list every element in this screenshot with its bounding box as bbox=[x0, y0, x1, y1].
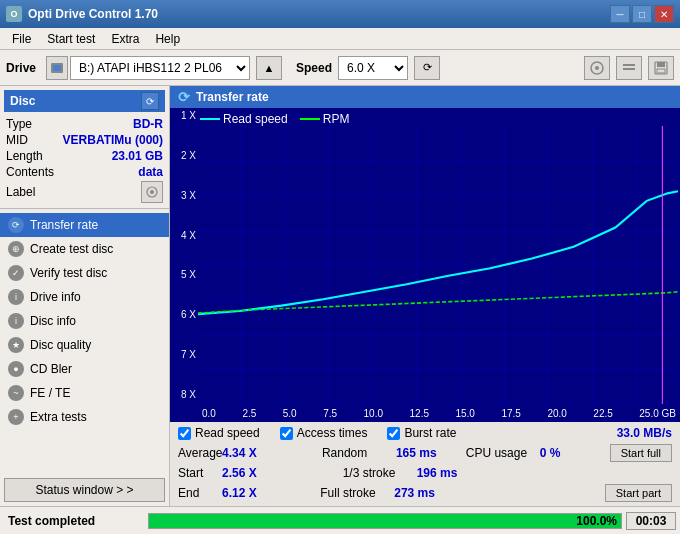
stroke-1-3-stat: 1/3 stroke 196 ms bbox=[343, 466, 506, 480]
y-label-2: 2 X bbox=[170, 150, 198, 161]
save-button[interactable] bbox=[648, 56, 674, 80]
nav-extra-tests[interactable]: + Extra tests bbox=[0, 405, 169, 429]
burst-rate-checkbox[interactable] bbox=[387, 427, 400, 440]
nav-verify-test-disc-label: Verify test disc bbox=[30, 266, 107, 280]
y-label-5: 5 X bbox=[170, 269, 198, 280]
nav-transfer-rate[interactable]: ⟳ Transfer rate bbox=[0, 213, 169, 237]
app-icon: O bbox=[6, 6, 22, 22]
nav-disc-quality-label: Disc quality bbox=[30, 338, 91, 352]
x-label-5: 5.0 bbox=[283, 408, 297, 419]
svg-rect-1 bbox=[53, 65, 61, 71]
x-label-12_5: 12.5 bbox=[410, 408, 429, 419]
legend-read-speed: Read speed bbox=[200, 112, 288, 126]
average-stat: Average 4.34 X bbox=[178, 446, 320, 460]
settings-button[interactable] bbox=[616, 56, 642, 80]
main-content: Disc ⟳ Type BD-R MID VERBATIMu (000) Len… bbox=[0, 86, 680, 506]
svg-rect-7 bbox=[657, 62, 665, 67]
y-label-8: 8 X bbox=[170, 389, 198, 400]
svg-rect-8 bbox=[657, 69, 665, 73]
disc-info-icon: i bbox=[8, 313, 24, 329]
cd-bler-icon: ● bbox=[8, 361, 24, 377]
random-label: Random bbox=[322, 446, 392, 460]
statusbar: Test completed 100.0% 00:03 bbox=[0, 506, 680, 534]
menu-start-test[interactable]: Start test bbox=[39, 30, 103, 48]
legend-read-speed-label: Read speed bbox=[223, 112, 288, 126]
nav-disc-info[interactable]: i Disc info bbox=[0, 309, 169, 333]
disc-type-value: BD-R bbox=[133, 117, 163, 131]
disc-refresh-button[interactable]: ⟳ bbox=[141, 92, 159, 110]
nav-create-test-disc-label: Create test disc bbox=[30, 242, 113, 256]
titlebar-controls: ─ □ ✕ bbox=[610, 5, 674, 23]
x-label-10: 10.0 bbox=[364, 408, 383, 419]
progress-bar-container: 100.0% bbox=[148, 513, 622, 529]
access-times-checkbox[interactable] bbox=[280, 427, 293, 440]
status-window-button[interactable]: Status window > > bbox=[4, 478, 165, 502]
full-stroke-label: Full stroke bbox=[320, 486, 390, 500]
menu-extra[interactable]: Extra bbox=[103, 30, 147, 48]
nav-fe-te-label: FE / TE bbox=[30, 386, 70, 400]
disc-header: Disc ⟳ bbox=[4, 90, 165, 112]
nav-fe-te[interactable]: ~ FE / TE bbox=[0, 381, 169, 405]
disc-contents-label: Contents bbox=[6, 165, 54, 179]
drive-label: Drive bbox=[6, 61, 36, 75]
full-stroke-stat: Full stroke 273 ms bbox=[320, 486, 460, 500]
cpu-usage-label: CPU usage bbox=[466, 446, 536, 460]
maximize-button[interactable]: □ bbox=[632, 5, 652, 23]
y-label-6: 6 X bbox=[170, 309, 198, 320]
drive-select[interactable]: B:) ATAPI iHBS112 2 PL06 bbox=[70, 56, 250, 80]
speed-select[interactable]: 6.0 X 1.0 X 2.0 X 4.0 X 8.0 X Max bbox=[338, 56, 408, 80]
disc-quality-icon: ★ bbox=[8, 337, 24, 353]
end-label: End bbox=[178, 486, 218, 500]
nav-disc-quality[interactable]: ★ Disc quality bbox=[0, 333, 169, 357]
disc-header-label: Disc bbox=[10, 94, 35, 108]
menu-file[interactable]: File bbox=[4, 30, 39, 48]
start-value: 2.56 X bbox=[222, 466, 267, 480]
disc-type-label: Type bbox=[6, 117, 32, 131]
close-button[interactable]: ✕ bbox=[654, 5, 674, 23]
start-stat: Start 2.56 X bbox=[178, 466, 341, 480]
chart-container: Read speed RPM 8 X 7 X 6 X 5 X 4 X 3 X 2… bbox=[170, 108, 680, 422]
verify-test-disc-icon: ✓ bbox=[8, 265, 24, 281]
disc-type-row: Type BD-R bbox=[4, 116, 165, 132]
drive-icon bbox=[46, 56, 68, 80]
chart-legend: Read speed RPM bbox=[200, 112, 349, 126]
burst-rate-checkbox-item: Burst rate bbox=[387, 426, 456, 440]
drive-refresh-button[interactable]: ▲ bbox=[256, 56, 282, 80]
checkboxes-row: Read speed Access times Burst rate 33.0 … bbox=[178, 424, 672, 442]
progress-percent: 100.0% bbox=[576, 514, 617, 528]
nav-extra-tests-label: Extra tests bbox=[30, 410, 87, 424]
chart-title: Transfer rate bbox=[196, 90, 269, 104]
start-part-button[interactable]: Start part bbox=[605, 484, 672, 502]
start-full-button[interactable]: Start full bbox=[610, 444, 672, 462]
burst-rate-cb-label: Burst rate bbox=[404, 426, 456, 440]
x-label-17_5: 17.5 bbox=[501, 408, 520, 419]
nav-verify-test-disc[interactable]: ✓ Verify test disc bbox=[0, 261, 169, 285]
titlebar-left: O Opti Drive Control 1.70 bbox=[6, 6, 158, 22]
nav-cd-bler[interactable]: ● CD Bler bbox=[0, 357, 169, 381]
menubar: File Start test Extra Help bbox=[0, 28, 680, 50]
svg-rect-5 bbox=[623, 68, 635, 70]
nav-transfer-rate-label: Transfer rate bbox=[30, 218, 98, 232]
menu-help[interactable]: Help bbox=[147, 30, 188, 48]
nav-drive-info[interactable]: i Drive info bbox=[0, 285, 169, 309]
disc-label-button[interactable] bbox=[141, 181, 163, 203]
random-value: 165 ms bbox=[396, 446, 441, 460]
stroke-1-3-value: 196 ms bbox=[417, 466, 462, 480]
refresh-button[interactable]: ⟳ bbox=[414, 56, 440, 80]
y-label-4: 4 X bbox=[170, 230, 198, 241]
end-stat: End 6.12 X bbox=[178, 486, 318, 500]
average-value: 4.34 X bbox=[222, 446, 267, 460]
disc-button[interactable] bbox=[584, 56, 610, 80]
status-time: 00:03 bbox=[626, 512, 676, 530]
nav-create-test-disc[interactable]: ⊕ Create test disc bbox=[0, 237, 169, 261]
speed-label: Speed bbox=[296, 61, 332, 75]
chart-icon: ⟳ bbox=[178, 89, 190, 105]
transfer-rate-icon: ⟳ bbox=[8, 217, 24, 233]
minimize-button[interactable]: ─ bbox=[610, 5, 630, 23]
read-speed-checkbox[interactable] bbox=[178, 427, 191, 440]
disc-mid-label: MID bbox=[6, 133, 28, 147]
x-label-0: 0.0 bbox=[202, 408, 216, 419]
start-label: Start bbox=[178, 466, 218, 480]
app-title: Opti Drive Control 1.70 bbox=[28, 7, 158, 21]
disc-contents-row: Contents data bbox=[4, 164, 165, 180]
